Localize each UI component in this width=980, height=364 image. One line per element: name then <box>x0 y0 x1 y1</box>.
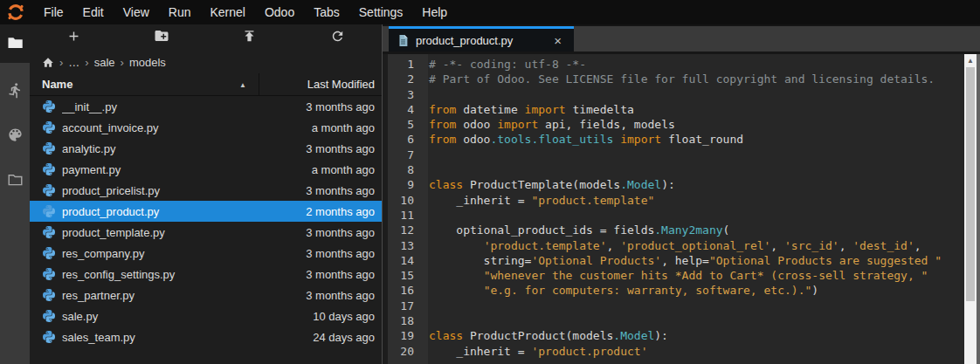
line-content: from odoo import api, fields, models <box>421 118 675 131</box>
python-file-icon <box>42 330 56 344</box>
file-row[interactable]: sales_team.py 24 days ago <box>30 326 382 347</box>
file-modified: 3 months ago <box>306 100 375 113</box>
menu-item-help[interactable]: Help <box>412 0 457 24</box>
code-line[interactable]: 17 <box>388 299 964 313</box>
refresh-button[interactable] <box>293 24 382 51</box>
new-launcher-button[interactable] <box>30 24 118 51</box>
line-number: 13 <box>388 238 421 253</box>
python-file-icon <box>42 204 56 218</box>
column-header-last-modified[interactable]: Last Modified <box>307 73 375 96</box>
line-content: # -*- coding: utf-8 -*- <box>421 58 586 71</box>
line-number: 12 <box>388 223 421 237</box>
file-modified: 3 months ago <box>306 142 375 155</box>
line-number: 1 <box>388 57 421 72</box>
line-content: 'product.template', 'product_optional_re… <box>421 239 921 252</box>
python-file-icon <box>42 141 56 155</box>
code-line[interactable]: 13 'product.template', 'product_optional… <box>388 238 964 253</box>
file-row[interactable]: res_company.py 3 months ago <box>30 243 382 264</box>
file-name: __init__.py <box>62 100 306 113</box>
file-row[interactable]: res_partner.py 3 months ago <box>30 285 382 306</box>
menu-item-view[interactable]: View <box>114 0 159 24</box>
file-name: res_partner.py <box>62 289 306 302</box>
line-content: from datetime import timedelta <box>421 103 634 116</box>
code-line[interactable]: 4from datetime import timedelta <box>388 102 964 117</box>
menu-item-tabs[interactable]: Tabs <box>304 0 349 24</box>
file-row[interactable]: __init__.py 3 months ago <box>30 96 382 117</box>
file-row[interactable]: res_config_settings.py 3 months ago <box>30 264 382 285</box>
breadcrumb-sale[interactable]: sale <box>94 56 115 69</box>
menu-item-settings[interactable]: Settings <box>349 0 413 24</box>
line-content <box>421 314 429 327</box>
menu-item-odoo[interactable]: Odoo <box>255 0 304 24</box>
code-line[interactable]: 9class ProductTemplate(models.Model): <box>388 177 964 192</box>
breadcrumb-separator: › <box>79 56 93 69</box>
line-content <box>421 299 429 312</box>
code-line[interactable]: 20 _inherit = 'product.product' <box>388 344 964 359</box>
code-line[interactable]: 18 <box>388 313 964 328</box>
menu-item-kernel[interactable]: Kernel <box>200 0 254 24</box>
tab-bar: product_product.py × <box>383 24 980 54</box>
code-line[interactable]: 15 "whenever the customer hits *Add to C… <box>388 268 964 283</box>
scrollbar-up-arrow-icon[interactable]: ▲ <box>964 54 977 66</box>
upload-icon <box>242 29 257 47</box>
new-folder-button[interactable] <box>118 24 206 51</box>
menu-item-edit[interactable]: Edit <box>73 0 114 24</box>
python-file-icon <box>42 183 56 197</box>
line-content <box>421 163 429 176</box>
new-folder-icon <box>154 28 169 47</box>
code-line[interactable]: 6from odoo.tools.float_utils import floa… <box>388 132 964 147</box>
python-file-icon <box>42 309 56 323</box>
file-row[interactable]: analytic.py 3 months ago <box>30 138 382 159</box>
column-header-name[interactable]: Name <box>42 73 72 96</box>
file-name: product_template.py <box>62 226 306 239</box>
code-line[interactable]: 11 <box>388 208 964 223</box>
breadcrumb-models[interactable]: models <box>129 56 166 69</box>
code-line[interactable]: 19class ProductProduct(models.Model): <box>388 328 964 343</box>
folder-outline-icon <box>7 172 24 190</box>
python-file-icon <box>42 246 56 260</box>
code-line[interactable]: 5from odoo import api, fields, models <box>388 117 964 132</box>
python-file-icon <box>42 120 56 134</box>
code-line[interactable]: 16 "e.g. for computers: warranty, softwa… <box>388 283 964 298</box>
sidebar-tab-running-sessions[interactable] <box>0 77 30 106</box>
code-line[interactable]: 14 string='Optional Products', help="Opt… <box>388 253 964 268</box>
code-line[interactable]: 2# Part of Odoo. See LICENSE file for fu… <box>388 72 964 86</box>
code-editor[interactable]: 1# -*- coding: utf-8 -*-2# Part of Odoo.… <box>383 54 980 364</box>
menu-item-file[interactable]: File <box>34 0 73 24</box>
tab-close-icon[interactable]: × <box>550 32 565 49</box>
line-content: _inherit = "product.template" <box>421 194 654 207</box>
code-line[interactable]: 8 <box>388 162 964 177</box>
tab-product-product-py[interactable]: product_product.py × <box>389 26 574 52</box>
sidebar-tab-open-tabs[interactable] <box>0 166 30 196</box>
code-line[interactable]: 10 _inherit = "product.template" <box>388 193 964 208</box>
tab-title: product_product.py <box>416 34 513 47</box>
breadcrumb-ellipsis[interactable]: … <box>68 56 79 69</box>
file-row[interactable]: product_product.py 2 months ago <box>30 201 382 222</box>
code-line[interactable]: 7 <box>388 148 964 162</box>
line-content <box>421 88 429 101</box>
editor-scrollbar[interactable]: ▲ <box>964 54 977 364</box>
line-number: 11 <box>388 208 421 223</box>
line-content: class ProductProduct(models.Model): <box>421 329 668 342</box>
home-icon[interactable] <box>42 57 54 68</box>
scrollbar-thumb[interactable] <box>966 67 975 301</box>
sidebar-tab-file-browser[interactable] <box>0 24 30 63</box>
code-line[interactable]: 1# -*- coding: utf-8 -*- <box>388 57 964 72</box>
file-row[interactable]: sale.py 10 days ago <box>30 306 382 326</box>
breadcrumb-separator: › <box>115 56 129 69</box>
file-browser-toolbar <box>30 24 382 51</box>
jupyterlab-window: File Edit View Run Kernel Odoo Tabs Sett… <box>0 0 980 364</box>
menu-item-run[interactable]: Run <box>159 0 201 24</box>
upload-button[interactable] <box>206 24 294 51</box>
file-row[interactable]: account_invoice.py a month ago <box>30 117 382 138</box>
code-line[interactable]: 12 optional_product_ids = fields.Many2ma… <box>388 223 964 237</box>
file-row[interactable]: product_template.py 3 months ago <box>30 222 382 243</box>
palette-icon <box>7 127 24 147</box>
file-row[interactable]: payment.py a month ago <box>30 159 382 180</box>
file-row[interactable]: product_pricelist.py 3 months ago <box>30 180 382 201</box>
line-content: optional_product_ids = fields.Many2many( <box>421 223 729 237</box>
code-line[interactable]: 3 <box>388 87 964 102</box>
file-name: product_product.py <box>62 205 306 218</box>
file-modified: 2 months ago <box>306 205 375 218</box>
sidebar-tab-command-palette[interactable] <box>0 121 30 151</box>
